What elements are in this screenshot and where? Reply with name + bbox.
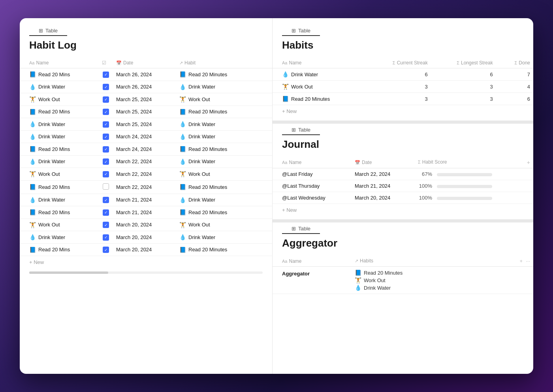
journal-row[interactable]: @Last Thursday March 21, 2024 100% (273, 180, 533, 192)
journal-progress-bar (437, 173, 492, 176)
log-habit-cell: 🏋 Work Out (176, 168, 272, 181)
book-icon: 📘 (29, 184, 36, 190)
journal-row[interactable]: @Last Friday March 22, 2024 67% (273, 168, 533, 180)
habit-log-add-new[interactable]: + New (20, 256, 272, 268)
habit-log-row[interactable]: 📘 Read 20 Mins ✓ March 20, 2024 📘 Read 2… (20, 243, 272, 256)
log-done-cell[interactable] (99, 180, 113, 194)
log-done-cell[interactable]: ✓ (99, 168, 113, 181)
log-done-cell[interactable]: ✓ (99, 243, 113, 256)
habit-log-row[interactable]: 🏋 Work Out ✓ March 20, 2024 🏋 Work Out (20, 219, 272, 231)
habit-log-row[interactable]: 💧 Drink Water ✓ March 21, 2024 💧 Drink W… (20, 194, 272, 206)
checkbox-checked[interactable]: ✓ (103, 171, 109, 177)
log-done-cell[interactable]: ✓ (99, 143, 113, 156)
habit-log-row[interactable]: 💧 Drink Water ✓ March 20, 2024 💧 Drink W… (20, 231, 272, 244)
habit-log-row[interactable]: 🏋 Work Out ✓ March 25, 2024 🏋 Work Out (20, 93, 272, 106)
checkbox-checked[interactable]: ✓ (103, 96, 109, 103)
journal-add-new[interactable]: + New (273, 204, 533, 216)
checkbox-checked[interactable]: ✓ (103, 84, 109, 90)
log-habit-text: Drink Water (188, 84, 215, 90)
log-done-cell[interactable]: ✓ (99, 130, 113, 143)
checkbox-checked[interactable]: ✓ (103, 134, 109, 140)
journal-add-col[interactable]: + (527, 159, 530, 166)
checkbox-checked[interactable]: ✓ (103, 158, 109, 165)
aggregator-col-name: AaName (273, 256, 352, 267)
habit-log-row[interactable]: 💧 Drink Water ✓ March 26, 2024 💧 Drink W… (20, 81, 272, 93)
aggregator-habit-label: Drink Water (364, 285, 391, 291)
log-habit-cell: 📘 Read 20 Minutes (176, 106, 272, 118)
habit-log-row[interactable]: 📘 Read 20 Mins ✓ March 24, 2024 📘 Read 2… (20, 143, 272, 156)
checkbox-checked[interactable]: ✓ (103, 222, 109, 228)
habit-log-row[interactable]: 📘 Read 20 Mins ✓ March 25, 2024 📘 Read 2… (20, 106, 272, 118)
log-habit-text: Drink Water (188, 134, 215, 139)
checkbox-checked[interactable]: ✓ (103, 247, 109, 253)
log-name-cell: 📘 Read 20 Mins (20, 180, 99, 194)
log-done-cell[interactable]: ✓ (99, 155, 113, 168)
habits-name-cell: 📘 Read 20 Minutes (273, 93, 366, 105)
log-date-cell: March 22, 2024 (113, 180, 176, 194)
dumbbell-icon: 🏋 (179, 171, 186, 177)
log-done-cell[interactable]: ✓ (99, 68, 113, 81)
log-done-cell[interactable]: ✓ (99, 231, 113, 244)
log-done-cell[interactable]: ✓ (99, 106, 113, 118)
journal-progress-bar (437, 185, 492, 188)
aggregator-row[interactable]: Aggregator 📘 Read 20 Minutes 🏋 Work Out … (273, 267, 533, 294)
habits-add-new[interactable]: + New (273, 105, 533, 117)
table-icon-habits: ⊞ (292, 28, 296, 34)
log-date-cell: March 20, 2024 (113, 231, 176, 244)
dumbbell-icon: 🏋 (29, 96, 36, 102)
habits-current-streak-cell: 6 (366, 68, 431, 81)
log-name-text: Work Out (38, 222, 60, 228)
book-icon: 📘 (179, 146, 186, 152)
log-habit-cell: 📘 Read 20 Minutes (176, 180, 272, 194)
habit-log-row[interactable]: 🏋 Work Out ✓ March 22, 2024 🏋 Work Out (20, 168, 272, 181)
log-done-cell[interactable]: ✓ (99, 81, 113, 93)
checkbox-checked[interactable]: ✓ (103, 209, 109, 216)
habits-row[interactable]: 📘 Read 20 Minutes 3 3 6 (273, 93, 533, 105)
right-panel: ⊞ Table Habits AaName ΣCurrent Streak ΣL… (273, 18, 533, 374)
log-done-cell[interactable]: ✓ (99, 93, 113, 106)
log-done-cell[interactable]: ✓ (99, 219, 113, 231)
log-done-cell[interactable]: ✓ (99, 206, 113, 219)
aggregator-tags-list: 📘 Read 20 Minutes 🏋 Work Out 💧 Drink Wat… (355, 270, 530, 291)
log-date-cell: March 22, 2024 (113, 155, 176, 168)
journal-score-cell: 100% (415, 180, 533, 192)
habit-log-row[interactable]: 📘 Read 20 Mins March 22, 2024 📘 Read 20 … (20, 180, 272, 194)
log-done-cell[interactable]: ✓ (99, 118, 113, 131)
habit-log-row[interactable]: 💧 Drink Water ✓ March 25, 2024 💧 Drink W… (20, 118, 272, 131)
habit-log-row[interactable]: 📘 Read 20 Mins ✓ March 21, 2024 📘 Read 2… (20, 206, 272, 219)
checkbox-checked[interactable]: ✓ (103, 121, 109, 128)
checkbox-checked[interactable]: ✓ (103, 234, 109, 241)
journal-name-cell: @Last Friday (273, 168, 352, 180)
checkbox-checked[interactable]: ✓ (103, 146, 109, 153)
log-done-cell[interactable]: ✓ (99, 194, 113, 206)
habit-log-table-label: Table (45, 28, 58, 34)
aggregator-add-col[interactable]: + (520, 258, 523, 264)
habit-log-row[interactable]: 📘 Read 20 Mins ✓ March 26, 2024 📘 Read 2… (20, 68, 272, 81)
journal-score-cell: 67% (415, 168, 533, 180)
checkbox-unchecked[interactable] (103, 183, 109, 190)
habit-log-table: AaName ☑ 📅Date ↗Habit (20, 58, 272, 256)
aggregator-habit-tag: 💧 Drink Water (355, 285, 530, 291)
habits-row[interactable]: 🏋 Work Out 3 3 4 (273, 81, 533, 93)
habits-longest-streak-cell: 3 (431, 93, 496, 105)
checkbox-checked[interactable]: ✓ (103, 109, 109, 115)
habit-log-panel: ⊞ Table Habit Log AaName ☑ 📅Date (20, 18, 273, 374)
journal-date-cell: March 22, 2024 (352, 168, 415, 180)
habit-log-row[interactable]: 💧 Drink Water ✓ March 22, 2024 💧 Drink W… (20, 155, 272, 168)
log-name-text: Drink Water (38, 234, 65, 240)
journal-row[interactable]: @Last Wednesday March 20, 2024 100% (273, 192, 533, 204)
dumbbell-icon: 🏋 (179, 96, 186, 102)
habit-log-scroll[interactable]: AaName ☑ 📅Date ↗Habit (20, 58, 272, 374)
book-icon: 📘 (179, 71, 186, 77)
checkbox-checked[interactable]: ✓ (103, 197, 109, 203)
log-name-cell: 💧 Drink Water (20, 130, 99, 143)
habit-log-scrollbar[interactable] (29, 271, 263, 274)
habits-row[interactable]: 💧 Drink Water 6 6 7 (273, 68, 533, 81)
aggregator-dots[interactable]: ··· (526, 258, 530, 264)
checkbox-checked[interactable]: ✓ (103, 72, 109, 78)
log-name-cell: 🏋 Work Out (20, 219, 99, 231)
dumbbell-icon: 🏋 (179, 222, 186, 228)
journal-title: Journal (273, 138, 533, 151)
habits-col-name: AaName (273, 58, 366, 68)
habit-log-row[interactable]: 💧 Drink Water ✓ March 24, 2024 💧 Drink W… (20, 130, 272, 143)
